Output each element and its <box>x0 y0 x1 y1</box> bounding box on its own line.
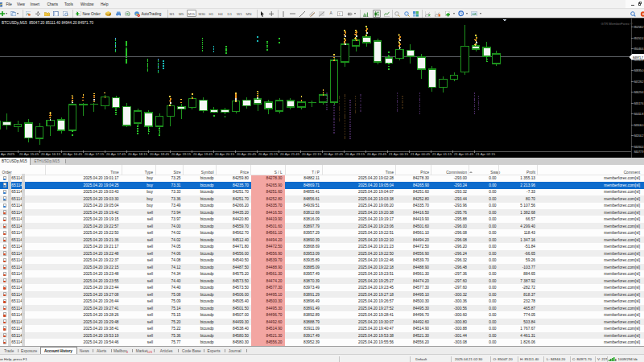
svg-text:20 Apr 23:15: 20 Apr 23:15 <box>345 152 365 156</box>
svg-text:GTR MemberForex ®: GTR MemberForex ® <box>601 22 633 26</box>
svg-text:20 Apr 20:45: 20 Apr 20:45 <box>237 152 257 156</box>
svg-text:84077.9: 84077.9 <box>634 150 644 154</box>
svg-text:84094.4: 84094.4 <box>634 145 644 149</box>
svg-text:20 Apr 18:15: 20 Apr 18:15 <box>128 152 148 156</box>
svg-text:20 Apr 19:15: 20 Apr 19:15 <box>171 152 192 156</box>
svg-text:21 Apr 00:15: 21 Apr 00:15 <box>389 152 409 156</box>
svg-text:20 Apr 18:45: 20 Apr 18:45 <box>150 152 170 156</box>
svg-text:21 Apr 01:15: 21 Apr 01:15 <box>432 152 452 156</box>
svg-text:84623.4: 84623.4 <box>634 90 644 94</box>
svg-text:Apr 2025: Apr 2025 <box>1 152 15 156</box>
svg-text:84971.7: 84971.7 <box>633 56 644 60</box>
svg-text:20 Apr 17:45: 20 Apr 17:45 <box>106 152 126 156</box>
svg-text:85046.6: 85046.6 <box>634 47 644 51</box>
svg-text:20 Apr 15:45: 20 Apr 15:45 <box>19 152 39 156</box>
svg-text:21 Apr 02:15: 21 Apr 02:15 <box>476 152 496 156</box>
svg-text:85152.4: 85152.4 <box>634 36 644 40</box>
svg-text:20 Apr 17:15: 20 Apr 17:15 <box>85 152 105 156</box>
svg-text:85258.2: 85258.2 <box>634 25 644 29</box>
svg-text:84411.8: 84411.8 <box>634 112 644 116</box>
svg-text:84835.0: 84835.0 <box>634 68 644 72</box>
svg-text:20 Apr 19:45: 20 Apr 19:45 <box>193 152 213 156</box>
svg-text:20 Apr 22:15: 20 Apr 22:15 <box>302 152 322 156</box>
svg-text:21 Apr 01:45: 21 Apr 01:45 <box>454 152 474 156</box>
svg-text:20 Apr 22:45: 20 Apr 22:45 <box>324 152 344 156</box>
svg-text:20 Apr 16:15: 20 Apr 16:15 <box>41 152 61 156</box>
svg-text:84517.6: 84517.6 <box>634 101 644 105</box>
svg-text:20 Apr 21:15: 20 Apr 21:15 <box>258 152 279 156</box>
svg-text:84200.2: 84200.2 <box>634 134 644 138</box>
svg-text:20 Apr 21:45: 20 Apr 21:45 <box>280 152 300 156</box>
svg-text:84729.2: 84729.2 <box>634 80 644 84</box>
svg-text:21 Apr 00:45: 21 Apr 00:45 <box>411 152 431 156</box>
svg-text:20 Apr 16:45: 20 Apr 16:45 <box>63 152 83 156</box>
svg-text:BTCUSDp,M15 85047.20 85111.40: BTCUSDp,M15 85047.20 85111.40 84944.20 8… <box>2 21 93 25</box>
svg-text:20 Apr 20:15: 20 Apr 20:15 <box>215 152 235 156</box>
svg-text:20 Apr 23:45: 20 Apr 23:45 <box>367 152 387 156</box>
svg-text:84306.0: 84306.0 <box>634 123 644 127</box>
